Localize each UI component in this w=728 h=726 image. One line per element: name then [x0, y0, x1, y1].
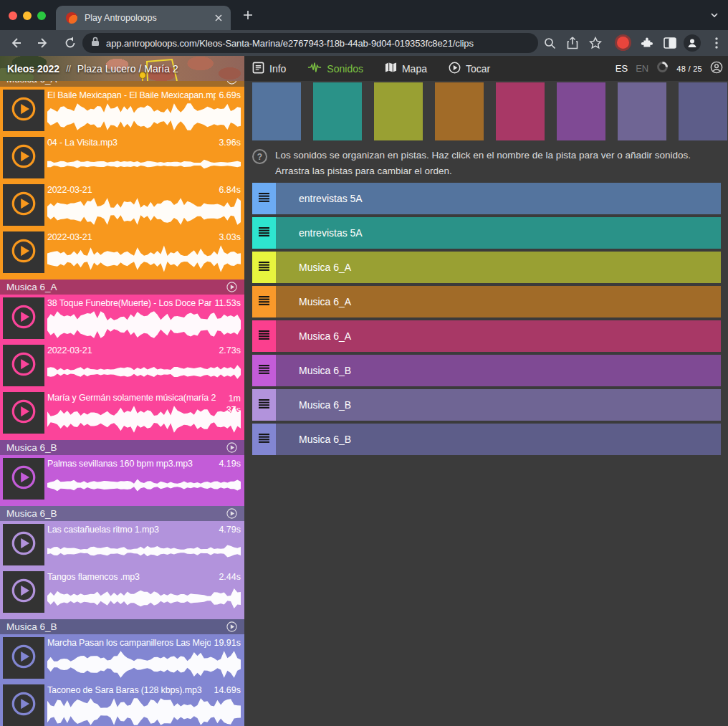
- section-play-icon[interactable]: [226, 441, 238, 454]
- track-section-header[interactable]: Musica 6_B: [0, 440, 244, 455]
- audio-clip[interactable]: 2022-03-216.84s: [0, 183, 244, 229]
- audio-clip[interactable]: Tangos flamencos .mp32.44s: [0, 570, 244, 616]
- browser-menu-kebab-icon[interactable]: [709, 36, 724, 50]
- track-name-bar[interactable]: Musica 6_B: [276, 389, 721, 421]
- extensions-puzzle-icon[interactable]: [639, 36, 653, 50]
- clip-waveform[interactable]: [47, 245, 241, 272]
- track-name-bar[interactable]: entrevistas 5A: [276, 217, 721, 249]
- clip-play-button[interactable]: [3, 524, 44, 565]
- track-drag-handle[interactable]: [252, 355, 276, 386]
- section-play-icon[interactable]: [226, 81, 238, 85]
- track-color-swatch[interactable]: [557, 82, 605, 140]
- clip-waveform[interactable]: [47, 585, 241, 612]
- track-row[interactable]: Musica 6_B: [252, 389, 721, 421]
- clip-waveform[interactable]: [47, 151, 241, 178]
- section-play-icon[interactable]: [226, 507, 238, 520]
- track-drag-handle[interactable]: [252, 389, 276, 421]
- track-drag-handle[interactable]: [252, 252, 276, 283]
- clip-play-button[interactable]: [3, 184, 44, 226]
- track-row[interactable]: entrevistas 5A: [252, 183, 721, 214]
- track-row[interactable]: Musica 6_B: [252, 424, 721, 455]
- clip-play-button[interactable]: [3, 345, 44, 386]
- track-color-swatch[interactable]: [313, 82, 362, 140]
- track-section-header[interactable]: Musica 6_B: [0, 619, 244, 634]
- reload-button[interactable]: [63, 36, 77, 50]
- clip-waveform[interactable]: [47, 103, 241, 130]
- language-es-button[interactable]: ES: [616, 63, 628, 74]
- tab-tocar[interactable]: Tocar: [449, 62, 490, 76]
- tab-close-icon[interactable]: [215, 14, 222, 22]
- language-en-button[interactable]: EN: [636, 63, 648, 74]
- track-row[interactable]: entrevistas 5A: [252, 217, 721, 249]
- track-section-header[interactable]: Musica 6_A: [0, 81, 244, 87]
- track-color-swatch[interactable]: [496, 82, 545, 140]
- minimize-window-button[interactable]: [23, 11, 32, 20]
- bookmark-star-icon[interactable]: [588, 36, 603, 50]
- track-row[interactable]: Musica 6_B: [252, 355, 721, 386]
- clip-waveform[interactable]: [47, 198, 241, 225]
- track-color-swatch[interactable]: [374, 82, 423, 140]
- track-name-bar[interactable]: Musica 6_B: [276, 424, 721, 455]
- track-name-bar[interactable]: Musica 6_B: [276, 355, 721, 386]
- profile-avatar[interactable]: [684, 34, 701, 52]
- clip-waveform[interactable]: [47, 311, 241, 338]
- browser-tab[interactable]: Play Antropoloops: [56, 6, 231, 30]
- track-color-swatch[interactable]: [435, 82, 484, 140]
- clip-play-button[interactable]: [3, 90, 44, 131]
- track-drag-handle[interactable]: [252, 320, 276, 352]
- clip-waveform[interactable]: [47, 358, 241, 386]
- zoom-page-icon[interactable]: [542, 36, 557, 50]
- track-name-bar[interactable]: Musica 6_A: [276, 286, 721, 317]
- audio-clip[interactable]: Las castañuelas ritmo 1.mp34.79s: [0, 522, 244, 568]
- audio-clip[interactable]: Taconeo de Sara Baras (128 kbps).mp314.6…: [0, 683, 244, 726]
- address-bar[interactable]: app.antropoloops.com/Kleos-Santa-Marina/…: [82, 33, 538, 53]
- clip-play-button[interactable]: [3, 231, 44, 273]
- audio-clip[interactable]: 04 - La Visita.mp33.96s: [0, 135, 244, 181]
- audio-clip[interactable]: María y Germán solamente música(maría 2.…: [0, 391, 244, 436]
- audio-clip[interactable]: 2022-03-212.73s: [0, 343, 244, 389]
- audio-clip[interactable]: 2022-03-213.03s: [0, 230, 244, 276]
- clip-play-button[interactable]: [3, 637, 44, 679]
- url-text[interactable]: app.antropoloops.com/Kleos-Santa-Marina/…: [106, 38, 474, 49]
- section-play-icon[interactable]: [226, 281, 238, 293]
- clip-play-button[interactable]: [3, 684, 44, 726]
- audio-clip[interactable]: 38 Toque Funebre(Muerte) - Los Doce Par.…: [0, 296, 244, 342]
- track-section-header[interactable]: Musica 6_B: [0, 506, 244, 521]
- account-icon[interactable]: [710, 61, 723, 77]
- clip-waveform[interactable]: [47, 406, 241, 433]
- track-row[interactable]: Musica 6_A: [252, 286, 721, 317]
- breadcrumb-project[interactable]: Kleos 2022: [7, 63, 59, 75]
- track-color-swatch[interactable]: [618, 82, 666, 140]
- track-drag-handle[interactable]: [252, 424, 276, 455]
- forward-button[interactable]: [36, 36, 50, 50]
- track-row[interactable]: Musica 6_A: [252, 320, 721, 352]
- track-drag-handle[interactable]: [252, 286, 276, 317]
- clip-waveform[interactable]: [47, 472, 241, 499]
- audio-clip[interactable]: Palmas sevillanas 160 bpm mp3.mp34.19s: [0, 457, 244, 502]
- track-section-header[interactable]: Musica 6_A: [0, 280, 244, 295]
- recording-extension-icon[interactable]: [617, 37, 629, 49]
- clip-play-button[interactable]: [3, 297, 44, 339]
- clip-play-button[interactable]: [3, 392, 44, 434]
- track-color-swatch[interactable]: [252, 82, 301, 140]
- new-tab-button[interactable]: [242, 9, 254, 24]
- clip-play-button[interactable]: [3, 571, 44, 613]
- track-drag-handle[interactable]: [252, 217, 276, 249]
- clip-play-button[interactable]: [3, 137, 44, 178]
- section-play-icon[interactable]: [226, 621, 238, 633]
- track-name-bar[interactable]: Musica 6_A: [276, 320, 721, 352]
- fullscreen-window-button[interactable]: [37, 11, 46, 20]
- track-color-swatch[interactable]: [679, 82, 727, 140]
- clip-waveform[interactable]: [47, 538, 241, 565]
- track-name-bar[interactable]: Musica 6_A: [276, 252, 721, 283]
- side-panel-icon[interactable]: [663, 36, 677, 50]
- clip-play-button[interactable]: [3, 458, 44, 500]
- audio-clip[interactable]: El Baile Mexicapan - El Baile Mexicapan.…: [0, 88, 244, 134]
- share-icon[interactable]: [565, 36, 580, 50]
- back-button[interactable]: [9, 36, 23, 50]
- tab-sonidos[interactable]: Sonidos: [307, 62, 363, 75]
- tab-mapa[interactable]: Mapa: [385, 62, 427, 75]
- clip-waveform[interactable]: [47, 651, 241, 678]
- clip-waveform[interactable]: [47, 698, 241, 725]
- track-name-bar[interactable]: entrevistas 5A: [276, 183, 721, 214]
